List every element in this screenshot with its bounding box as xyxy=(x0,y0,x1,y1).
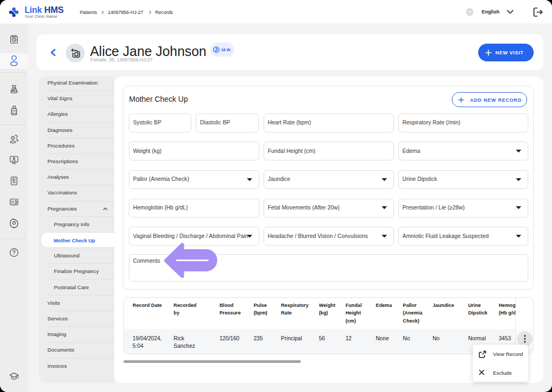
svg-text:$: $ xyxy=(12,177,14,181)
